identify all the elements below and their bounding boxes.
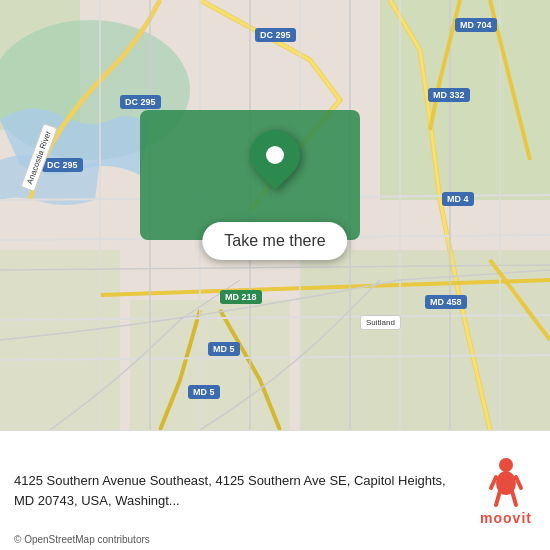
road-label-dc295-top: DC 295 — [255, 28, 296, 42]
road-label-md704: MD 704 — [455, 18, 497, 32]
take-me-there-button[interactable]: Take me there — [202, 222, 347, 260]
svg-rect-4 — [300, 250, 550, 430]
address-text: 4125 Southern Avenue Southeast, 4125 Sou… — [14, 471, 476, 510]
moovit-svg — [476, 455, 536, 510]
pin-inner — [266, 146, 284, 164]
road-label-md332: MD 332 — [428, 88, 470, 102]
moovit-label: moovit — [480, 510, 532, 526]
road-label-md5a: MD 5 — [208, 342, 240, 356]
osm-credit: © OpenStreetMap contributors — [14, 534, 150, 545]
svg-line-11 — [512, 491, 516, 505]
svg-line-10 — [496, 491, 500, 505]
svg-line-12 — [491, 477, 496, 488]
svg-line-13 — [516, 477, 521, 488]
road-label-md458: MD 458 — [425, 295, 467, 309]
road-label-dc295-left: DC 295 — [42, 158, 83, 172]
pin-shape — [240, 120, 311, 191]
moovit-logo: moovit — [476, 455, 536, 526]
road-label-dc295-mid: DC 295 — [120, 95, 161, 109]
map-container: Take me there DC 295 DC 295 DC 295 MD 70… — [0, 0, 550, 430]
svg-rect-5 — [0, 250, 120, 430]
road-label-md5b: MD 5 — [188, 385, 220, 399]
svg-point-8 — [499, 458, 513, 472]
info-panel: 4125 Southern Avenue Southeast, 4125 Sou… — [0, 430, 550, 550]
road-label-md218: MD 218 — [220, 290, 262, 304]
road-label-md4: MD 4 — [442, 192, 474, 206]
map-pin — [250, 130, 300, 180]
road-label-suitland: Suitland — [360, 315, 401, 330]
